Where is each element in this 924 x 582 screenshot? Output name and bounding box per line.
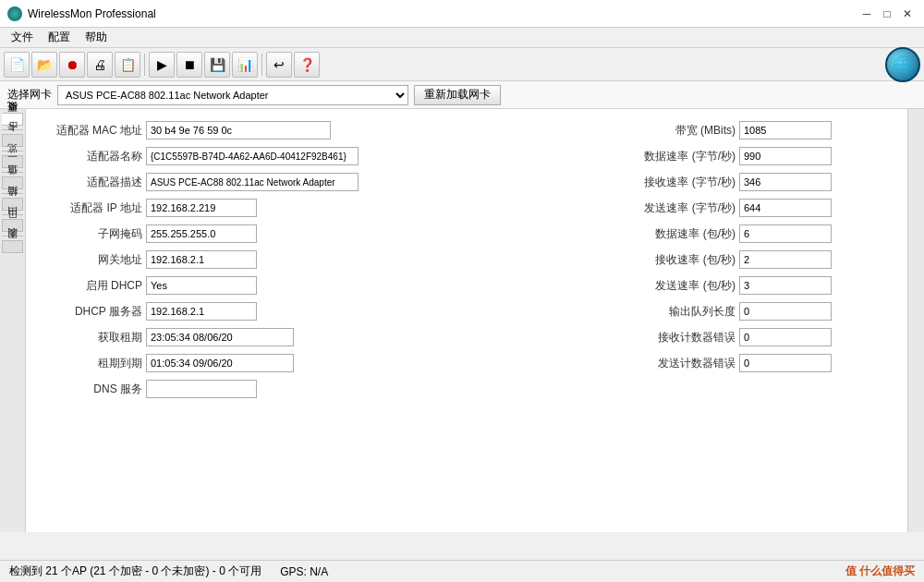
dns-row: DNS 服务: [41, 379, 597, 399]
toolbar-print[interactable]: 🖨: [87, 52, 113, 78]
sidebar-tab-adapter[interactable]: 占卡: [2, 134, 23, 147]
toolbar-play[interactable]: ▶: [149, 52, 175, 78]
reload-button[interactable]: 重新加载网卡: [414, 85, 501, 105]
ip-value: 192.168.2.219: [146, 199, 257, 217]
title-bar: WirelessMon Professional ─ □ ✕: [0, 0, 924, 28]
sidebar-div3: [2, 172, 23, 173]
sidebar-tab-channel[interactable]: 信道: [2, 176, 23, 189]
subnet-label: 子网掩码: [41, 226, 142, 242]
adapter-label: 选择网卡: [7, 87, 52, 103]
recv-rate-bytes-value: 346: [739, 173, 832, 191]
app-icon: [7, 6, 22, 21]
gateway-value: 192.168.2.1: [146, 250, 257, 269]
send-errors-row: 发送计数器错误 0: [615, 353, 893, 373]
brand-text: 值 什么值得买: [845, 564, 915, 579]
lease-expire-label: 租期到期: [41, 356, 142, 371]
toolbar-record[interactable]: ⏺: [59, 52, 85, 78]
menu-bar: 文件配置帮助: [0, 28, 924, 48]
output-queue-row: 输出队列长度 0: [615, 301, 893, 321]
recv-errors-value: 0: [739, 328, 832, 346]
sidebar-tab-overview[interactable]: 一览: [2, 155, 23, 168]
close-button[interactable]: ✕: [898, 6, 917, 22]
mac-row: 适配器 MAC 地址 30 b4 9e 76 59 0c: [41, 120, 597, 140]
bandwidth-row: 带宽 (MBits) 1085: [615, 120, 893, 140]
app-title: WirelessMon Professional: [28, 7, 857, 20]
adapter-desc-value: ASUS PCE-AC88 802.11ac Network Adapter: [146, 173, 359, 191]
dhcp-server-label: DHCP 服务器: [41, 304, 142, 320]
adapter-name-label: 适配器名称: [41, 149, 142, 164]
dns-value: [146, 380, 257, 398]
maximize-button[interactable]: □: [878, 6, 896, 22]
menu-item-配置[interactable]: 配置: [41, 28, 78, 47]
send-rate-pkts-value: 3: [739, 276, 832, 295]
sidebar-div1: [2, 129, 23, 130]
send-rate-pkts-label: 发送速率 (包/秒): [615, 278, 736, 294]
lease-obtain-value: 23:05:34 08/06/20: [146, 328, 294, 346]
recv-rate-bytes-row: 接收速率 (字节/秒) 346: [615, 172, 893, 192]
toolbar-open[interactable]: 📂: [31, 52, 57, 78]
recv-rate-pkts-row: 接收速率 (包/秒) 2: [615, 249, 893, 270]
send-rate-bytes-row: 发送速率 (字节/秒) 644: [615, 198, 893, 218]
status-bar: 检测到 21 个AP (21 个加密 - 0 个未加密) - 0 个可用 GPS…: [0, 560, 924, 582]
detection-status: 检测到 21 个AP (21 个加密 - 0 个未加密) - 0 个可用: [9, 564, 261, 579]
sidebar-tab-draw[interactable]: 描绘: [2, 198, 23, 211]
right-panel: [907, 109, 924, 532]
menu-item-帮助[interactable]: 帮助: [78, 28, 115, 47]
subnet-value: 255.255.255.0: [146, 224, 257, 243]
toolbar-chart[interactable]: 📊: [232, 52, 258, 78]
data-rate-pkts-label: 数据速率 (包/秒): [615, 226, 736, 242]
sidebar-tab-summary[interactable]: 概要: [2, 113, 23, 126]
main-layout: 概要 占卡 一览 信道 描绘 由口 图表 适配器 MAC 地址 30 b4 9e…: [0, 109, 924, 532]
bandwidth-label: 带宽 (MBits): [615, 123, 736, 139]
toolbar: 📄 📂 ⏺ 🖨 📋 ▶ ⏹ 💾 📊 ↩ ❓ 🌐: [0, 48, 924, 81]
mac-label: 适配器 MAC 地址: [41, 123, 142, 139]
sidebar-tab-chart[interactable]: 图表: [2, 240, 23, 253]
output-queue-value: 0: [739, 302, 832, 321]
send-errors-value: 0: [739, 354, 832, 372]
minimize-button[interactable]: ─: [857, 6, 876, 22]
toolbar-copy[interactable]: 📋: [115, 52, 140, 78]
data-rate-bytes-label: 数据速率 (字节/秒): [615, 149, 736, 164]
adapter-name-row: 适配器名称 {C1C5597B-B74D-4A62-AA6D-40412F92B…: [41, 146, 597, 166]
window-controls: ─ □ ✕: [857, 6, 917, 22]
globe-icon: 🌐: [885, 47, 920, 82]
adapter-bar: 选择网卡 ASUS PCE-AC88 802.11ac Network Adap…: [0, 81, 924, 109]
lease-expire-value: 01:05:34 09/06/20: [146, 354, 294, 372]
data-rate-pkts-value: 6: [739, 224, 832, 243]
sidebar-div4: [2, 193, 23, 194]
toolbar-stop[interactable]: ⏹: [176, 52, 202, 78]
recv-rate-bytes-label: 接收速率 (字节/秒): [615, 175, 736, 190]
output-queue-label: 输出队列长度: [615, 304, 736, 320]
gps-status: GPS: N/A: [280, 565, 328, 578]
recv-errors-label: 接收计数器错误: [615, 330, 736, 346]
toolbar-undo[interactable]: ↩: [266, 52, 292, 78]
right-column: 带宽 (MBits) 1085 数据速率 (字节/秒) 990 接收速率 (字节…: [615, 120, 893, 399]
gateway-row: 网关地址 192.168.2.1: [41, 249, 597, 270]
dhcp-enabled-value: Yes: [146, 276, 257, 295]
recv-errors-row: 接收计数器错误 0: [615, 327, 893, 347]
lease-expire-row: 租期到期 01:05:34 09/06/20: [41, 353, 597, 373]
data-rate-bytes-row: 数据速率 (字节/秒) 990: [615, 146, 893, 166]
send-rate-bytes-value: 644: [739, 199, 832, 217]
mac-value: 30 b4 9e 76 59 0c: [146, 121, 331, 139]
ip-row: 适配器 IP 地址 192.168.2.219: [41, 198, 597, 218]
menu-item-文件[interactable]: 文件: [4, 28, 41, 47]
recv-rate-pkts-label: 接收速率 (包/秒): [615, 252, 736, 268]
data-rate-bytes-value: 990: [739, 147, 832, 165]
toolbar-save[interactable]: 💾: [204, 52, 230, 78]
toolbar-new[interactable]: 📄: [4, 52, 30, 78]
ip-label: 适配器 IP 地址: [41, 200, 142, 216]
lease-obtain-label: 获取租期: [41, 330, 142, 346]
dhcp-server-row: DHCP 服务器 192.168.2.1: [41, 301, 597, 321]
dns-label: DNS 服务: [41, 382, 142, 397]
adapter-desc-label: 适配器描述: [41, 175, 142, 190]
toolbar-help[interactable]: ❓: [294, 52, 320, 78]
content-area: 适配器 MAC 地址 30 b4 9e 76 59 0c 适配器名称 {C1C5…: [26, 109, 907, 532]
toolbar-sep2: [261, 54, 262, 76]
data-rate-pkts-row: 数据速率 (包/秒) 6: [615, 224, 893, 244]
gateway-label: 网关地址: [41, 252, 142, 268]
lease-obtain-row: 获取租期 23:05:34 08/06/20: [41, 327, 597, 347]
adapter-select[interactable]: ASUS PCE-AC88 802.11ac Network Adapter: [57, 85, 408, 105]
dhcp-enabled-label: 启用 DHCP: [41, 278, 142, 294]
sidebar-tab-output[interactable]: 由口: [2, 219, 23, 232]
